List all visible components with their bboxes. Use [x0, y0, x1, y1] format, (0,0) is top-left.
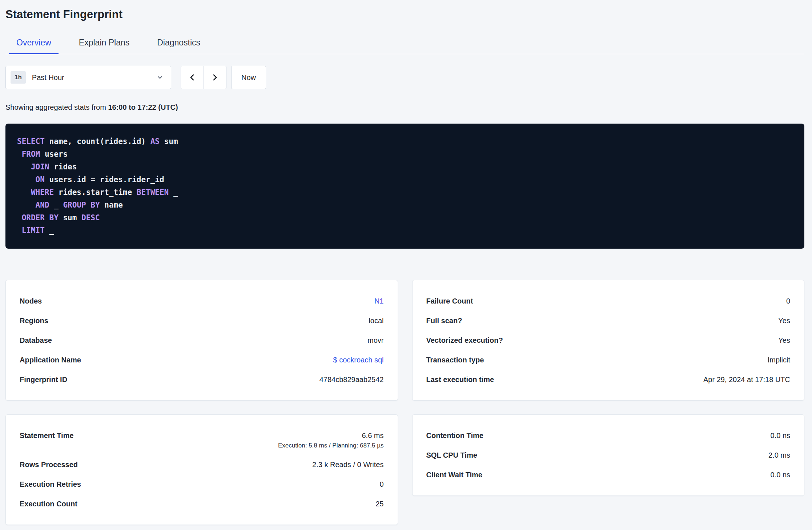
- sql-code-line: JOIN rides: [17, 161, 793, 173]
- sql-code-line: ON users.id = rides.rider_id: [17, 173, 793, 186]
- sql-code-line: SELECT name, count(rides.id) AS sum: [17, 135, 793, 148]
- tab-overview[interactable]: Overview: [5, 31, 62, 54]
- row-value-group: N1: [374, 296, 384, 306]
- row-label: Fingerprint ID: [20, 374, 67, 385]
- card-row: Client Wait Time0.0 ns: [426, 465, 791, 485]
- row-label: Rows Processed: [20, 459, 78, 470]
- row-value-link[interactable]: N1: [374, 297, 384, 305]
- stats-time-range: 16:00 to 17:22 (UTC): [108, 103, 178, 111]
- sql-code-line: FROM users: [17, 148, 793, 161]
- card-row: Failure Count0: [426, 291, 791, 311]
- time-range-dropdown[interactable]: 1h Past Hour: [5, 66, 171, 89]
- row-label: Statement Time: [20, 430, 74, 441]
- stats-prefix: Showing aggregated stats from: [5, 103, 108, 111]
- row-label: Database: [20, 335, 52, 345]
- card-row: Databasemovr: [20, 330, 384, 350]
- row-label: SQL CPU Time: [426, 450, 477, 460]
- row-value: 25: [375, 500, 383, 508]
- prev-time-button[interactable]: [181, 66, 204, 89]
- row-value: 6.6 ms: [362, 431, 383, 439]
- time-range-label: Past Hour: [32, 73, 156, 82]
- row-label: Regions: [20, 316, 48, 326]
- sql-statement-box: SELECT name, count(rides.id) AS sum FROM…: [5, 124, 804, 249]
- card-row: SQL CPU Time2.0 ms: [426, 445, 791, 465]
- card-row: Rows Processed2.3 k Reads / 0 Writes: [20, 455, 384, 474]
- chevron-right-icon: [210, 73, 219, 82]
- row-label: Execution Retries: [20, 479, 81, 489]
- details-cards-row: NodesN1RegionslocalDatabasemovrApplicati…: [5, 280, 804, 401]
- row-label: Transaction type: [426, 355, 484, 365]
- card-row: Application Name$ cockroach sql: [20, 350, 384, 370]
- card-row: Full scan?Yes: [426, 311, 791, 330]
- tab-bar: Overview Explain Plans Diagnostics: [5, 31, 804, 54]
- row-value-link[interactable]: $ cockroach sql: [333, 356, 384, 364]
- chevron-down-icon: [156, 74, 164, 81]
- row-value-group: Implicit: [768, 355, 790, 365]
- contention-card: Contention Time0.0 nsSQL CPU Time2.0 msC…: [412, 414, 805, 496]
- row-value-group: 0.0 ns: [771, 470, 790, 480]
- row-value-group: Yes: [778, 316, 790, 326]
- card-row: Contention Time0.0 ns: [426, 426, 791, 445]
- row-value-group: 0: [379, 479, 383, 489]
- execution-attributes-card: Failure Count0Full scan?YesVectorized ex…: [412, 280, 805, 401]
- tab-diagnostics[interactable]: Diagnostics: [146, 31, 211, 54]
- statement-fingerprint-page: Statement Fingerprint Overview Explain P…: [0, 0, 812, 525]
- row-value: 0: [379, 480, 383, 488]
- row-value: 2.0 ms: [768, 451, 790, 459]
- chevron-left-icon: [188, 73, 197, 82]
- row-value-group: 0: [786, 296, 790, 306]
- row-value: 0.0 ns: [771, 431, 790, 439]
- card-row: Last execution timeApr 29, 2024 at 17:18…: [426, 370, 791, 389]
- row-value: 0: [786, 297, 790, 305]
- row-value: 4784cb829aab2542: [319, 376, 384, 384]
- statement-time-card: Statement Time6.6 msExecution: 5.8 ms / …: [5, 414, 398, 525]
- row-value-group: 4784cb829aab2542: [319, 374, 384, 385]
- row-value: 0.0 ns: [771, 471, 790, 479]
- sql-code-line: WHERE rides.start_time BETWEEN _: [17, 186, 793, 199]
- row-subvalue: Execution: 5.8 ms / Planning: 687.5 µs: [278, 441, 383, 450]
- card-row: Vectorized execution?Yes: [426, 330, 791, 350]
- tab-label: Overview: [16, 38, 51, 48]
- row-value-group: 2.3 k Reads / 0 Writes: [312, 459, 383, 470]
- row-value: Implicit: [768, 356, 790, 364]
- now-button[interactable]: Now: [231, 66, 266, 89]
- row-value-group: $ cockroach sql: [333, 355, 384, 365]
- row-label: Contention Time: [426, 430, 483, 441]
- time-controls: 1h Past Hour: [5, 66, 804, 89]
- card-row: Regionslocal: [20, 311, 384, 330]
- time-nav-group: [181, 66, 226, 89]
- card-row: Statement Time6.6 msExecution: 5.8 ms / …: [20, 426, 384, 455]
- row-value-group: Yes: [778, 335, 790, 345]
- row-label: Client Wait Time: [426, 470, 482, 480]
- sql-code-line: AND _ GROUP BY name: [17, 199, 793, 212]
- row-value-group: 2.0 ms: [768, 450, 790, 460]
- card-row: Execution Retries0: [20, 474, 384, 494]
- row-value: Yes: [778, 336, 790, 344]
- card-row: Fingerprint ID4784cb829aab2542: [20, 370, 384, 389]
- interval-badge: 1h: [11, 71, 26, 84]
- timing-cards-row: Statement Time6.6 msExecution: 5.8 ms / …: [5, 414, 804, 525]
- row-value-group: movr: [367, 335, 383, 345]
- row-value-group: Apr 29, 2024 at 17:18 UTC: [703, 374, 790, 385]
- row-label: Failure Count: [426, 296, 473, 306]
- row-value-group: local: [369, 316, 383, 326]
- row-value-group: 25: [375, 499, 383, 509]
- card-row: NodesN1: [20, 291, 384, 311]
- tab-explain-plans[interactable]: Explain Plans: [68, 31, 140, 54]
- sql-code-line: LIMIT _: [17, 224, 793, 237]
- row-value: 2.3 k Reads / 0 Writes: [312, 461, 383, 469]
- row-value-group: 0.0 ns: [771, 430, 790, 441]
- tab-label: Explain Plans: [79, 38, 129, 48]
- card-row: Execution Count25: [20, 494, 384, 514]
- aggregated-stats-summary: Showing aggregated stats from 16:00 to 1…: [5, 102, 804, 112]
- statement-details-card: NodesN1RegionslocalDatabasemovrApplicati…: [5, 280, 398, 401]
- row-label: Execution Count: [20, 499, 77, 509]
- now-button-label: Now: [241, 73, 256, 82]
- row-value: Yes: [778, 317, 790, 325]
- card-row: Transaction typeImplicit: [426, 350, 791, 370]
- tab-label: Diagnostics: [157, 38, 200, 48]
- row-label: Last execution time: [426, 374, 494, 385]
- next-time-button[interactable]: [204, 66, 226, 89]
- row-value: movr: [367, 336, 383, 344]
- sql-code-line: ORDER BY sum DESC: [17, 212, 793, 224]
